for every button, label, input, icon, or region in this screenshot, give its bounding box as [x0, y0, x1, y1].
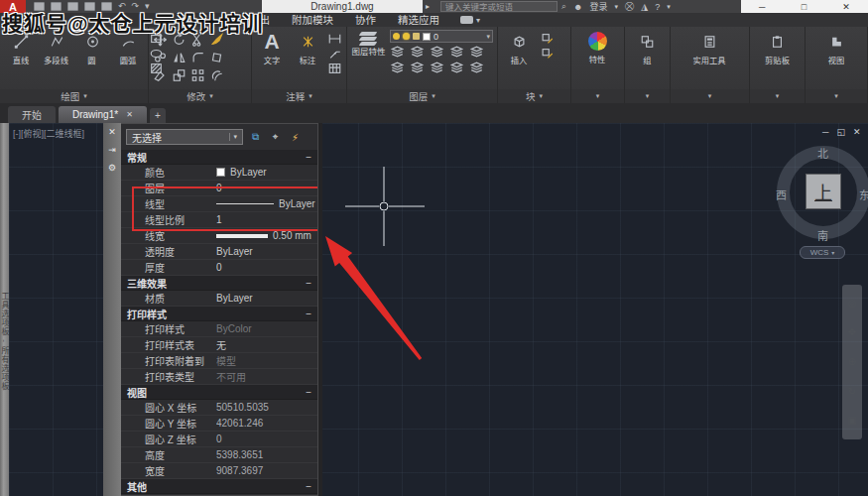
toggle-pickadd-icon[interactable]: ⧉	[248, 130, 263, 145]
drawing-restore-icon[interactable]: ◱	[836, 127, 845, 137]
property-value[interactable]: 5398.3651	[216, 449, 317, 460]
open-file-icon[interactable]	[51, 2, 62, 11]
section-header[interactable]: 其他−	[121, 479, 317, 494]
navigation-bar[interactable]: ◎ ✥ ⊕ ↻ ▣	[842, 285, 862, 439]
copy-icon[interactable]	[153, 51, 168, 63]
panel-label-modify[interactable]: 修改▾	[149, 89, 251, 103]
user-icon[interactable]: ☻	[573, 2, 582, 12]
close-button[interactable]: ✕	[842, 2, 850, 12]
layer-dropdown[interactable]: 0 ▾	[390, 30, 493, 43]
viewcube-west[interactable]: 西	[776, 186, 787, 202]
property-value[interactable]: 0	[216, 262, 317, 273]
property-value[interactable]: 0.50 mm	[216, 230, 317, 241]
table-icon[interactable]	[327, 62, 342, 74]
sign-in-label[interactable]: 登录	[590, 0, 608, 13]
layer-tool-icon[interactable]	[410, 61, 425, 73]
property-row[interactable]: 线型ByLayer	[121, 196, 317, 212]
search-input[interactable]: 键入关键字或短语	[440, 1, 558, 12]
section-header[interactable]: 视图−	[121, 385, 317, 400]
property-row[interactable]: 材质ByLayer	[121, 291, 317, 307]
pan-icon[interactable]: ✥	[848, 327, 856, 337]
tab-addins[interactable]: 附加模块	[281, 13, 344, 27]
array-icon[interactable]	[190, 68, 205, 81]
help-icon[interactable]: ?	[655, 2, 660, 12]
minimize-button[interactable]: ─	[759, 2, 765, 12]
linear-dimension-icon[interactable]	[327, 32, 342, 45]
erase-icon[interactable]	[209, 33, 224, 46]
panel-label-clipboard[interactable]: ▾	[750, 89, 805, 103]
layer-dropdown-arrow-icon[interactable]: ▾	[486, 33, 490, 41]
property-row[interactable]: 宽度9087.3697	[121, 463, 317, 479]
select-objects-icon[interactable]: ⌖	[268, 130, 283, 145]
property-value[interactable]: ByLayer	[216, 198, 317, 209]
collapse-icon[interactable]: −	[306, 309, 311, 319]
property-row[interactable]: 线型比例1	[121, 212, 317, 228]
fillet-icon[interactable]	[190, 51, 205, 63]
tool-arc[interactable]: 圆弧	[111, 30, 145, 66]
layer-tool-icon[interactable]	[430, 45, 444, 58]
tool-polyline[interactable]: 多段线	[40, 30, 73, 66]
save-as-icon[interactable]	[84, 2, 95, 11]
block-attributes-icon[interactable]	[540, 47, 555, 60]
property-value[interactable]: ByLayer	[216, 293, 317, 304]
panel-label-annotate[interactable]: 注释▾	[252, 89, 346, 103]
property-row[interactable]: 图层0	[121, 181, 317, 196]
property-row[interactable]: 打印表附着到模型	[121, 353, 317, 369]
drawing-minimize-icon[interactable]: ─	[822, 127, 828, 137]
property-row[interactable]: 圆心 Z 坐标0	[121, 432, 317, 447]
panel-label-view[interactable]: ▾	[806, 89, 867, 103]
showmotion-icon[interactable]: ▣	[847, 416, 856, 426]
collapse-icon[interactable]: −	[306, 481, 311, 492]
property-value[interactable]: ByLayer	[216, 246, 317, 257]
ribbon-options-dropdown-icon[interactable]: ▾	[476, 16, 480, 25]
tool-layer-properties[interactable]: 图层特性	[351, 30, 386, 57]
selection-dropdown[interactable]: 无选择▾	[126, 129, 243, 145]
property-value[interactable]: ByColor	[216, 323, 317, 334]
tool-line[interactable]: 直线	[4, 30, 38, 66]
viewcube-south[interactable]: 南	[817, 227, 828, 243]
leader-icon[interactable]	[327, 47, 342, 60]
new-drawing-tab-button[interactable]: +	[150, 108, 166, 123]
orbit-icon[interactable]: ↻	[848, 387, 856, 397]
undo-icon[interactable]: ↶	[118, 2, 126, 11]
explode-icon[interactable]	[209, 51, 224, 63]
palette-scrollbar[interactable]	[318, 123, 322, 496]
tool-group[interactable]: 组	[631, 30, 665, 66]
property-row[interactable]: 打印表类型不可用	[121, 369, 317, 385]
drawing-close-icon[interactable]: ✕	[853, 127, 861, 137]
property-value[interactable]: 不可用	[216, 369, 317, 384]
viewcube-top-face[interactable]: 上	[806, 174, 841, 209]
layer-tool-icon[interactable]	[449, 61, 464, 73]
property-row[interactable]: 圆心 Y 坐标42061.246	[121, 416, 317, 432]
rotate-icon[interactable]	[172, 33, 186, 46]
tool-properties[interactable]: 特性	[581, 30, 615, 65]
tab-start[interactable]: 开始	[8, 106, 56, 123]
layer-tool-icon[interactable]	[449, 45, 464, 58]
layer-tool-icon[interactable]	[469, 45, 484, 58]
layer-tool-icon[interactable]	[410, 45, 425, 58]
move-icon[interactable]	[153, 33, 168, 46]
new-file-icon[interactable]	[34, 2, 45, 11]
property-value[interactable]: 模型	[216, 353, 317, 368]
property-row[interactable]: 厚度0	[121, 260, 317, 276]
autodesk-exchange-icon[interactable]: ◮	[641, 2, 648, 12]
collapse-icon[interactable]: −	[306, 278, 311, 289]
property-value[interactable]: 0	[216, 183, 317, 193]
section-header[interactable]: 常规−	[121, 150, 317, 165]
viewcube[interactable]: 北 南 西 东 上	[777, 146, 868, 239]
panel-label-block[interactable]: 块▾	[498, 89, 570, 103]
tool-palettes-bar[interactable]: 工具选项板 - 所有选项板	[0, 123, 9, 496]
save-icon[interactable]	[67, 2, 78, 11]
maximize-button[interactable]: □	[802, 2, 806, 12]
tab-output[interactable]: 输出	[238, 13, 281, 27]
panel-label-utilities[interactable]: ▾	[671, 89, 749, 103]
zoom-extents-icon[interactable]: ⊕	[848, 357, 856, 367]
layer-tool-icon[interactable]	[390, 45, 405, 58]
application-menu-button[interactable]: A	[0, 0, 26, 13]
mirror-icon[interactable]	[172, 51, 186, 63]
redo-icon[interactable]: ↷	[132, 2, 140, 11]
block-edit-icon[interactable]	[540, 32, 555, 45]
panel-label-group[interactable]: ▾	[625, 89, 670, 103]
property-row[interactable]: 圆心 X 坐标50510.5035	[121, 400, 317, 416]
wcs-menu[interactable]: WCS▾	[800, 246, 845, 259]
